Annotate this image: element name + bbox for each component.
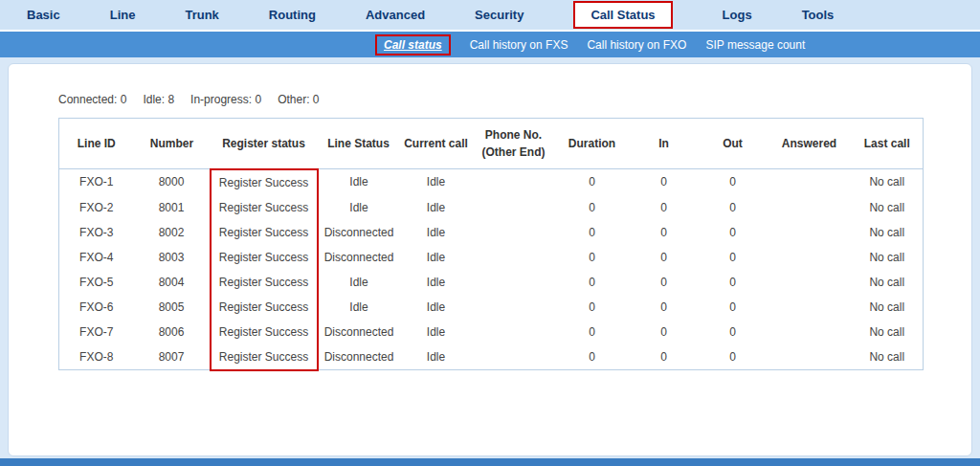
cell-in: 0 xyxy=(630,320,699,344)
cell-answered xyxy=(768,195,852,220)
table-row: FXO-68005Register SuccessIdleIdle000No c… xyxy=(59,295,924,320)
cell-register_status: Register Success xyxy=(211,245,318,270)
cell-last_call: No call xyxy=(852,220,924,245)
cell-line_id: FXO-3 xyxy=(59,220,134,245)
nav-item-tools[interactable]: Tools xyxy=(802,8,835,22)
cell-current_call: Idle xyxy=(400,270,473,295)
cell-line_status: Idle xyxy=(318,169,400,195)
summary-in-progress: In-progress: 0 xyxy=(190,93,261,106)
call-status-table: Line ID Number Register status Line Stat… xyxy=(58,118,924,371)
table-row: FXO-78006Register SuccessDisconnectedIdl… xyxy=(59,320,924,344)
cell-line_status: Idle xyxy=(318,295,400,320)
cell-current_call: Idle xyxy=(400,320,473,344)
cell-out: 0 xyxy=(699,245,768,270)
cell-register_status: Register Success xyxy=(211,295,318,320)
nav-item-advanced[interactable]: Advanced xyxy=(366,8,425,22)
cell-out: 0 xyxy=(699,344,768,370)
cell-phone_no xyxy=(473,169,555,195)
call-table-body: FXO-18000Register SuccessIdleIdle000No c… xyxy=(59,169,924,370)
column-header-last-call: Last call xyxy=(852,119,924,169)
cell-duration: 0 xyxy=(555,220,630,245)
cell-line_id: FXO-1 xyxy=(59,169,134,195)
cell-duration: 0 xyxy=(555,169,630,195)
cell-phone_no xyxy=(473,295,555,320)
cell-number: 8005 xyxy=(134,295,211,320)
cell-in: 0 xyxy=(630,270,699,295)
cell-register_status: Register Success xyxy=(211,270,318,295)
cell-last_call: No call xyxy=(852,245,924,270)
cell-line_id: FXO-6 xyxy=(59,295,134,320)
nav-item-security[interactable]: Security xyxy=(475,8,523,22)
cell-answered xyxy=(768,169,852,195)
cell-last_call: No call xyxy=(852,195,924,220)
cell-last_call: No call xyxy=(852,295,924,320)
column-header-phone-no: Phone No. (Other End) xyxy=(473,119,555,169)
cell-current_call: Idle xyxy=(400,169,473,195)
cell-in: 0 xyxy=(630,169,699,195)
nav-item-logs[interactable]: Logs xyxy=(723,8,752,22)
column-header-duration: Duration xyxy=(555,119,630,169)
cell-answered xyxy=(768,270,852,295)
cell-line_id: FXO-5 xyxy=(59,270,134,295)
cell-phone_no xyxy=(473,344,555,370)
nav-item-basic[interactable]: Basic xyxy=(27,8,60,22)
cell-phone_no xyxy=(473,220,555,245)
cell-number: 8000 xyxy=(134,169,211,195)
cell-line_status: Idle xyxy=(318,195,400,220)
cell-last_call: No call xyxy=(852,344,924,370)
table-row: FXO-58004Register SuccessIdleIdle000No c… xyxy=(59,270,924,295)
cell-current_call: Idle xyxy=(400,295,473,320)
column-header-line-status: Line Status xyxy=(318,119,400,169)
column-header-line-id: Line ID xyxy=(59,119,134,169)
cell-last_call: No call xyxy=(852,169,924,195)
cell-duration: 0 xyxy=(555,270,630,295)
cell-duration: 0 xyxy=(555,195,630,220)
nav-item-routing[interactable]: Routing xyxy=(269,8,316,22)
cell-line_status: Disconnected xyxy=(318,320,400,344)
cell-answered xyxy=(768,245,852,270)
subnav-item-sip-message-count[interactable]: SIP message count xyxy=(705,38,805,52)
subnav-item-call-status[interactable]: Call status xyxy=(375,34,451,55)
cell-in: 0 xyxy=(630,245,699,270)
nav-item-call-status[interactable]: Call Status xyxy=(573,1,672,29)
top-nav: Basic Line Trunk Routing Advanced Securi… xyxy=(0,0,980,32)
cell-out: 0 xyxy=(699,270,768,295)
cell-line_id: FXO-8 xyxy=(59,344,134,370)
column-header-answered: Answered xyxy=(768,119,852,169)
column-header-register-status: Register status xyxy=(211,119,318,169)
cell-last_call: No call xyxy=(852,320,924,344)
cell-out: 0 xyxy=(699,220,768,245)
cell-out: 0 xyxy=(699,320,768,344)
cell-number: 8001 xyxy=(134,195,211,220)
cell-in: 0 xyxy=(630,344,699,370)
table-row: FXO-88007Register SuccessDisconnectedIdl… xyxy=(59,344,924,370)
subnav-item-call-history-fxo[interactable]: Call history on FXO xyxy=(587,38,686,52)
cell-out: 0 xyxy=(699,295,768,320)
column-header-current-call: Current call xyxy=(400,119,473,169)
cell-phone_no xyxy=(473,320,555,344)
cell-duration: 0 xyxy=(555,245,630,270)
table-row: FXO-18000Register SuccessIdleIdle000No c… xyxy=(59,169,924,195)
nav-item-trunk[interactable]: Trunk xyxy=(185,8,218,22)
cell-in: 0 xyxy=(630,295,699,320)
sub-nav: Call status Call history on FXS Call his… xyxy=(0,32,980,57)
subnav-item-call-history-fxs[interactable]: Call history on FXS xyxy=(470,38,568,52)
call-table-header: Line ID Number Register status Line Stat… xyxy=(59,119,924,169)
column-header-out: Out xyxy=(699,119,768,169)
cell-line_status: Disconnected xyxy=(318,344,400,370)
cell-number: 8003 xyxy=(134,245,211,270)
summary-connected: Connected: 0 xyxy=(58,93,126,106)
cell-out: 0 xyxy=(699,169,768,195)
nav-item-line[interactable]: Line xyxy=(110,8,136,22)
cell-register_status: Register Success xyxy=(211,344,318,370)
column-header-in: In xyxy=(630,119,699,169)
cell-duration: 0 xyxy=(555,320,630,344)
cell-answered xyxy=(768,295,852,320)
status-summary: Connected: 0 Idle: 8 In-progress: 0 Othe… xyxy=(58,93,971,106)
cell-out: 0 xyxy=(699,195,768,220)
cell-current_call: Idle xyxy=(400,245,473,270)
cell-current_call: Idle xyxy=(400,195,473,220)
cell-register_status: Register Success xyxy=(211,220,318,245)
cell-in: 0 xyxy=(630,220,699,245)
cell-duration: 0 xyxy=(555,295,630,320)
